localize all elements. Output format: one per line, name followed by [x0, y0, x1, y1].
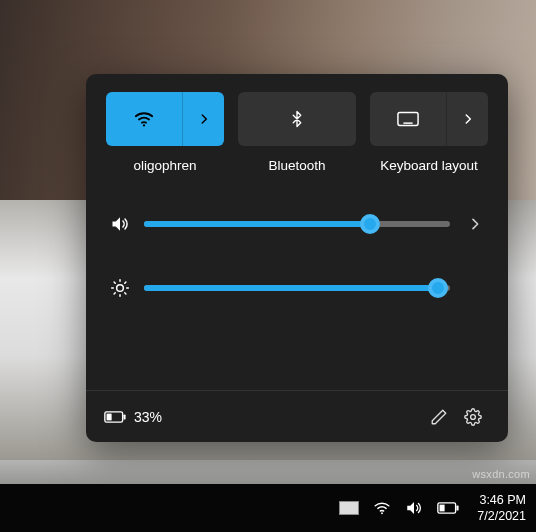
- battery-icon: [437, 501, 459, 515]
- taskbar: 3:46 PM 7/2/2021: [0, 484, 536, 532]
- bluetooth-icon: [288, 110, 306, 128]
- keyboard-layout-expand[interactable]: [446, 92, 488, 146]
- svg-line-15: [114, 282, 115, 283]
- keyboard-layout-label: Keyboard layout: [380, 158, 478, 173]
- volume-fill: [144, 221, 370, 227]
- chevron-right-icon: [467, 216, 483, 232]
- svg-point-24: [471, 414, 476, 419]
- brightness-icon: [106, 278, 134, 298]
- wifi-toggle[interactable]: [106, 92, 224, 146]
- svg-marker-26: [408, 502, 415, 514]
- svg-rect-23: [123, 414, 125, 419]
- keyboard-layout-tile: Keyboard layout: [370, 92, 488, 173]
- keyboard-layout-toggle[interactable]: [370, 92, 488, 146]
- clock-date: 7/2/2021: [477, 508, 526, 524]
- system-tray: [339, 499, 459, 517]
- taskbar-clock[interactable]: 3:46 PM 7/2/2021: [477, 492, 526, 525]
- battery-percent: 33%: [134, 409, 162, 425]
- wifi-tile: oligophren: [106, 92, 224, 173]
- task-view-icon[interactable]: [339, 501, 359, 515]
- sliders-section: [106, 209, 488, 303]
- gear-icon: [464, 408, 482, 426]
- settings-button[interactable]: [456, 400, 490, 434]
- keyboard-icon: [397, 111, 419, 127]
- volume-row: [106, 209, 488, 239]
- bluetooth-toggle[interactable]: [238, 92, 356, 146]
- svg-line-19: [114, 293, 115, 294]
- svg-point-25: [381, 512, 383, 514]
- volume-flyout[interactable]: [462, 216, 488, 232]
- chevron-right-icon: [197, 112, 211, 126]
- bluetooth-label: Bluetooth: [268, 158, 325, 173]
- svg-rect-28: [440, 505, 445, 512]
- battery-status[interactable]: 33%: [104, 409, 162, 425]
- pencil-icon: [430, 408, 448, 426]
- wifi-expand[interactable]: [182, 92, 224, 146]
- keyboard-layout-main[interactable]: [370, 92, 446, 146]
- volume-icon: [405, 499, 423, 517]
- tray-volume[interactable]: [405, 499, 423, 517]
- wifi-icon: [373, 499, 391, 517]
- brightness-fill: [144, 285, 438, 291]
- svg-point-12: [117, 285, 124, 292]
- svg-marker-11: [113, 217, 121, 230]
- volume-slider[interactable]: [144, 221, 450, 227]
- chevron-right-icon: [461, 112, 475, 126]
- svg-rect-29: [457, 505, 459, 510]
- tray-wifi[interactable]: [373, 499, 391, 517]
- watermark: wsxdn.com: [472, 468, 530, 480]
- volume-thumb[interactable]: [360, 214, 380, 234]
- svg-line-20: [125, 282, 126, 283]
- edit-button[interactable]: [422, 400, 456, 434]
- svg-rect-22: [107, 413, 112, 420]
- battery-icon: [104, 410, 126, 424]
- bluetooth-tile: Bluetooth: [238, 92, 356, 173]
- svg-line-16: [125, 293, 126, 294]
- tray-battery[interactable]: [437, 501, 459, 515]
- quick-settings-panel: oligophren Bluetooth Keyboard layout: [86, 74, 508, 442]
- brightness-thumb[interactable]: [428, 278, 448, 298]
- panel-footer: 33%: [86, 390, 508, 442]
- svg-point-0: [143, 124, 145, 126]
- brightness-slider[interactable]: [144, 285, 450, 291]
- volume-icon: [106, 214, 134, 234]
- quick-tiles-row: oligophren Bluetooth Keyboard layout: [106, 92, 488, 173]
- wifi-toggle-main[interactable]: [106, 92, 182, 146]
- wifi-icon: [133, 108, 155, 130]
- wifi-label: oligophren: [133, 158, 196, 173]
- brightness-row: [106, 273, 488, 303]
- clock-time: 3:46 PM: [477, 492, 526, 508]
